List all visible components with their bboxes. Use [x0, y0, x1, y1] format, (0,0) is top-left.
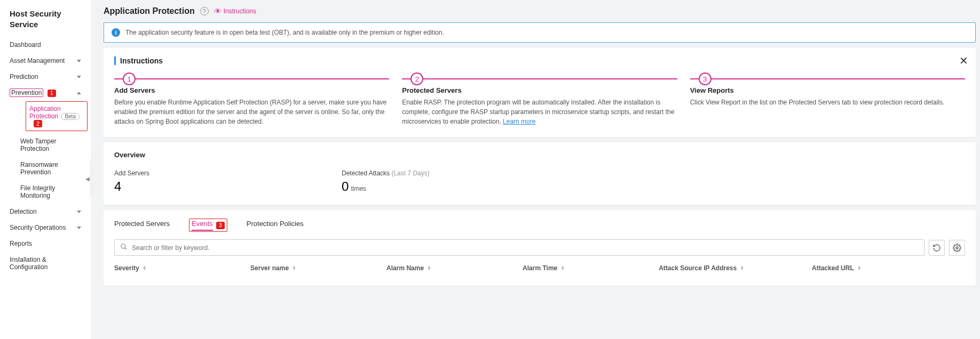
tab-protection-policies[interactable]: Protection Policies [247, 220, 304, 231]
product-title: Host Security Service [0, 9, 91, 37]
settings-button[interactable] [949, 240, 965, 256]
chevron-down-icon [77, 211, 81, 213]
sort-icon: ▲▼ [857, 266, 862, 270]
instructions-card: Instructions ✕ 1 Add Servers Before you … [104, 48, 976, 137]
nav-ransomware-prevention[interactable]: Ransomware Prevention [15, 157, 91, 180]
callout-outline-2: Application Protection Beta 2 [26, 101, 88, 132]
svg-point-2 [956, 247, 958, 249]
nav-prediction[interactable]: Prediction [0, 69, 91, 85]
instructions-title: Instructions [114, 57, 965, 65]
help-icon[interactable]: ? [200, 7, 209, 15]
overview-add-servers: Add Servers 4 [114, 170, 149, 194]
overview-detected-attacks: Detected Attacks (Last 7 Days) 0 times [342, 170, 430, 194]
tab-events[interactable]: Events [192, 220, 213, 231]
sort-icon: ▲▼ [143, 266, 147, 270]
step-number-3: 3 [699, 72, 712, 85]
step-protected-servers: 2 Protected Servers Enable RASP. The pro… [402, 72, 677, 126]
sidebar: Host Security Service Dashboard Asset Ma… [0, 0, 91, 339]
instruction-steps: 1 Add Servers Before you enable Runtime … [114, 72, 965, 126]
nav-prevention[interactable]: Prevention 1 [0, 85, 91, 101]
nav-dashboard[interactable]: Dashboard [0, 37, 91, 53]
svg-point-0 [121, 244, 125, 248]
nav-file-integrity-monitoring[interactable]: File Integrity Monitoring [15, 180, 91, 204]
svg-line-1 [125, 248, 127, 250]
nav-installation-configuration[interactable]: Installation & Configuration [0, 252, 91, 275]
col-alarm-name[interactable]: Alarm Name ▲▼ [386, 264, 523, 272]
nav-prevention-children: Application Protection Beta 2 Web Tamper… [0, 101, 91, 204]
sort-icon: ▲▼ [292, 266, 296, 270]
learn-more-link[interactable]: Learn more [503, 118, 535, 125]
chevron-down-icon [77, 76, 81, 78]
refresh-button[interactable] [929, 240, 945, 256]
close-icon[interactable]: ✕ [959, 54, 968, 67]
callout-outline-3: Events 3 [189, 219, 227, 232]
search-input[interactable] [114, 239, 924, 256]
col-attacked-url[interactable]: Attacked URL ▲▼ [812, 264, 965, 272]
refresh-icon [932, 244, 941, 252]
chevron-down-icon [77, 227, 81, 229]
nav-detection[interactable]: Detection [0, 204, 91, 220]
col-alarm-time[interactable]: Alarm Time ▲▼ [523, 264, 659, 272]
col-server-name[interactable]: Server name ▲▼ [250, 264, 386, 272]
nav-reports[interactable]: Reports [0, 236, 91, 252]
step-number-2: 2 [410, 72, 423, 85]
tab-protected-servers[interactable]: Protected Servers [114, 220, 170, 231]
events-table-header: Severity ▲▼ Server name ▲▼ Alarm Name ▲▼… [114, 261, 965, 275]
nav-web-tamper-protection[interactable]: Web Tamper Protection [15, 133, 91, 157]
col-severity[interactable]: Severity ▲▼ [114, 264, 250, 272]
info-banner: i The application security feature is in… [104, 22, 976, 43]
step-number-1: 1 [123, 72, 136, 85]
callout-badge-3: 3 [216, 222, 225, 229]
info-banner-text: The application security feature is in o… [125, 29, 444, 36]
page-title: Application Protection [104, 6, 195, 16]
sort-icon: ▲▼ [740, 266, 744, 270]
chevron-up-icon [77, 92, 81, 94]
chevron-down-icon [77, 60, 81, 62]
gear-icon [953, 244, 961, 252]
sort-icon: ▲▼ [560, 266, 565, 270]
nav-security-operations[interactable]: Security Operations [0, 220, 91, 236]
sidebar-collapse-handle[interactable]: ◀ [85, 160, 90, 197]
callout-badge-2: 2 [34, 120, 42, 127]
step-add-servers: 1 Add Servers Before you enable Runtime … [114, 72, 389, 126]
main-content: Application Protection ? 👁 Instructions … [91, 0, 980, 339]
overview-card: Overview Add Servers 4 Detected Attacks … [104, 142, 976, 205]
nav-asset-management[interactable]: Asset Management [0, 53, 91, 69]
overview-title: Overview [114, 151, 965, 159]
col-attack-source-ip[interactable]: Attack Source IP Address ▲▼ [659, 264, 812, 272]
search-icon [120, 243, 128, 252]
eye-icon: 👁 [214, 7, 222, 15]
step-view-reports: 3 View Reports Click View Report in the … [690, 72, 965, 126]
info-icon: i [112, 28, 120, 37]
callout-badge-1: 1 [48, 90, 56, 97]
nav-application-protection[interactable]: Application Protection Beta 2 [26, 103, 87, 130]
tabs: Protected Servers Events 3 Protection Po… [114, 219, 965, 232]
sort-icon: ▲▼ [427, 266, 431, 270]
events-card: Protected Servers Events 3 Protection Po… [104, 210, 976, 286]
page-header: Application Protection ? 👁 Instructions [104, 6, 976, 17]
instructions-link[interactable]: 👁 Instructions [214, 7, 256, 15]
